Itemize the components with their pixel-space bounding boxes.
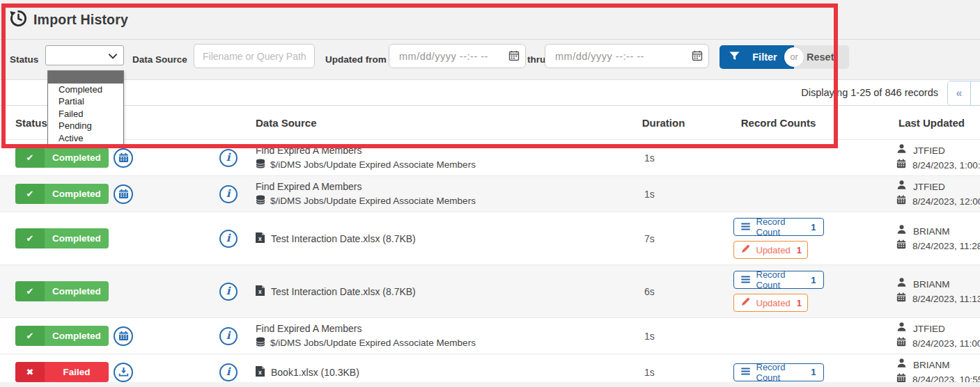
status-label: Completed: [45, 326, 109, 346]
user-icon: [896, 277, 907, 292]
count-value: 1: [811, 367, 816, 377]
top-section: Import History Status Data Source Update…: [0, 0, 980, 79]
status-option[interactable]: Active: [48, 132, 123, 144]
info-icon[interactable]: i: [219, 327, 238, 345]
info-icon[interactable]: i: [219, 363, 238, 381]
status-badge: ✖ Failed: [15, 362, 109, 382]
source-path: $/iDMS Jobs/Update Expired Associate Mem…: [270, 338, 476, 348]
record-count-badge[interactable]: Record Count1: [733, 363, 824, 381]
schedule-icon[interactable]: [114, 148, 133, 168]
table-header: Status Data Source Duration Record Count…: [0, 106, 980, 139]
download-icon[interactable]: [114, 363, 133, 382]
status-label: Completed: [45, 148, 109, 168]
user-icon: [896, 143, 907, 158]
or-divider: or: [784, 47, 804, 67]
info-icon[interactable]: i: [219, 149, 238, 167]
table-row: ✔ Completed i Find Expired A Members $/i…: [0, 139, 980, 175]
summary-bar: Displaying 1-25 of 846 records «: [0, 79, 980, 106]
count-label: Updated: [756, 245, 791, 255]
count-label: Updated: [756, 298, 791, 308]
date-value: 8/24/2023, 11:28: [912, 239, 980, 253]
list-icon: [741, 367, 750, 377]
table-row: ✔ Completed i x Test Interaction Date.xl…: [0, 264, 980, 317]
check-icon: ✔: [15, 281, 45, 301]
count-value: 1: [811, 275, 816, 285]
info-icon[interactable]: i: [219, 283, 238, 301]
pagination-first-button[interactable]: «: [948, 81, 971, 105]
status-badge: ✔ Completed: [15, 148, 109, 168]
record-counts-cell: Record Count1Updated1: [733, 212, 824, 264]
source-title: Find Expired A Members: [256, 181, 630, 192]
count-label: Record Count: [756, 362, 805, 383]
date-icon: [896, 239, 906, 253]
schedule-icon[interactable]: [114, 326, 133, 346]
calendar-picker-icon[interactable]: [692, 50, 703, 64]
filter-toolbar: Status Data Source Updated from thru: [0, 40, 980, 79]
source-title: Find Expired A Members: [256, 145, 630, 156]
date-value: 8/24/2023, 11:13: [912, 292, 980, 306]
info-icon[interactable]: i: [219, 185, 238, 203]
count-value: 1: [797, 298, 802, 308]
schedule-icon[interactable]: [114, 184, 133, 204]
date-icon: [896, 292, 906, 306]
info-icon[interactable]: i: [219, 230, 238, 248]
data-source-input[interactable]: [194, 44, 315, 68]
status-option[interactable]: Completed: [48, 84, 123, 95]
updated-thru-input[interactable]: [545, 44, 709, 68]
filter-button[interactable]: Filter: [720, 45, 794, 69]
data-source-filter-label: Data Source: [132, 54, 187, 65]
status-option-blank-selected[interactable]: [48, 71, 123, 84]
updated-thru-field: [545, 44, 709, 68]
x-icon: ✖: [15, 362, 45, 382]
user-name: BRIANM: [913, 277, 950, 292]
svg-text:x: x: [258, 368, 262, 375]
count-label: Record Count: [756, 269, 805, 290]
date-icon: [896, 336, 906, 351]
record-count-badge[interactable]: Record Count1: [733, 271, 824, 289]
status-option[interactable]: Partial: [48, 95, 123, 107]
user-name: JTFIED: [913, 180, 945, 194]
count-value: 1: [797, 245, 802, 255]
status-filter-label: Status: [10, 54, 38, 65]
database-icon: [256, 337, 265, 349]
excel-file-icon: x: [256, 232, 265, 245]
funnel-icon: [729, 52, 740, 63]
check-icon: ✔: [15, 326, 45, 346]
status-badge: ✔ Completed: [15, 228, 109, 248]
source-path: $/iDMS Jobs/Update Expired Associate Mem…: [270, 196, 476, 206]
status-badge: ✔ Completed: [15, 326, 109, 346]
status-option[interactable]: Pending: [48, 120, 123, 132]
thru-label: thru: [527, 54, 545, 65]
user-icon: [896, 322, 907, 336]
record-counts-cell: Record Count1Updated1: [733, 265, 824, 317]
chevron-down-icon: [109, 49, 117, 62]
duration-value: 1s: [644, 367, 655, 378]
source-path: $/iDMS Jobs/Update Expired Associate Mem…: [270, 159, 476, 170]
column-header-duration: Duration: [630, 117, 697, 129]
calendar-picker-icon[interactable]: [508, 50, 520, 64]
user-name: JTFIED: [913, 322, 945, 336]
status-option[interactable]: Failed: [48, 108, 123, 120]
user-name: BRIANM: [913, 358, 950, 372]
user-name: JTFIED: [913, 143, 945, 158]
column-header-data-source: Data Source: [247, 117, 630, 129]
pencil-icon: [741, 297, 750, 308]
status-label: Completed: [45, 184, 109, 204]
status-badge: ✔ Completed: [15, 184, 109, 204]
updated-count-badge[interactable]: Updated1: [733, 294, 808, 312]
pagination-prev-button[interactable]: [971, 81, 980, 105]
status-select[interactable]: [45, 45, 124, 65]
status-label: Failed: [45, 362, 109, 382]
record-count-summary: Displaying 1-25 of 846 records: [801, 87, 938, 98]
user-name: BRIANM: [913, 224, 950, 239]
database-icon: [256, 159, 265, 171]
list-icon: [741, 275, 750, 285]
status-badge: ✔ Completed: [15, 281, 109, 301]
bottom-strip: [0, 382, 980, 387]
source-title: Test Interaction Date.xlsx (8.7KB): [271, 233, 416, 244]
record-count-badge[interactable]: Record Count1: [733, 218, 824, 236]
updated-count-badge[interactable]: Updated1: [733, 241, 808, 259]
source-title: Find Expired A Members: [256, 323, 630, 334]
updated-from-input[interactable]: [389, 44, 526, 68]
table-row: ✔ Completed i Find Expired A Members $/i…: [0, 317, 980, 354]
